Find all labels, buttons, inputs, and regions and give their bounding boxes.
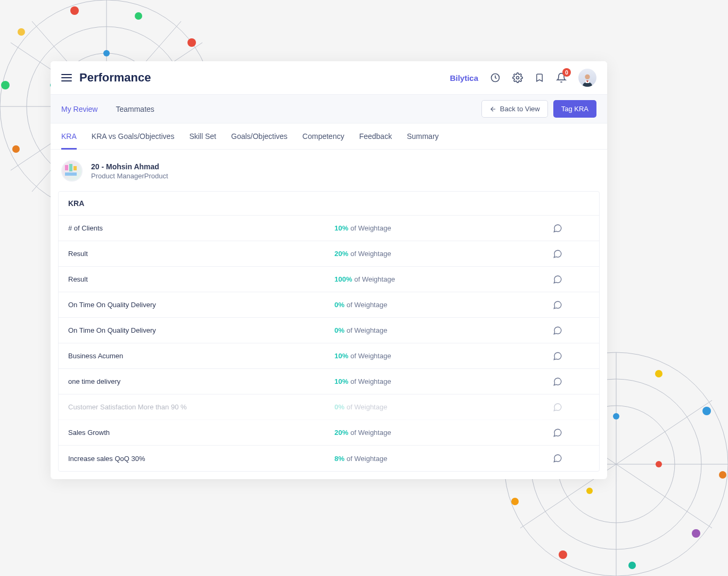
kra-name: On Time On Quality Delivery <box>68 301 334 309</box>
subnav-tab-my-review[interactable]: My Review <box>61 105 97 113</box>
svg-point-41 <box>656 461 662 467</box>
kra-percentage: 0% <box>334 326 345 334</box>
bell-icon[interactable]: 0 <box>556 72 567 83</box>
kra-percentage: 0% <box>334 301 345 309</box>
kra-percentage: 20% <box>334 250 348 258</box>
brand-link[interactable]: Bilytica <box>450 73 478 83</box>
svg-point-44 <box>517 77 519 79</box>
kra-weight-label: of Weightage <box>350 224 391 232</box>
svg-point-35 <box>692 529 700 538</box>
app-window: Performance Bilytica 0 My ReviewTeammate… <box>51 61 607 479</box>
kra-name: Increase sales QoQ 30% <box>68 455 334 463</box>
svg-rect-49 <box>73 166 77 170</box>
kra-percentage: 100% <box>334 275 352 283</box>
kra-name: Result <box>68 250 334 258</box>
kra-weightage: 10% of Weightage <box>334 352 494 360</box>
kra-row: Increase sales QoQ 30%8% of Weightage <box>59 446 599 471</box>
topbar: Performance Bilytica 0 <box>51 61 607 95</box>
kra-percentage: 10% <box>334 377 348 385</box>
svg-point-18 <box>1 81 10 89</box>
svg-point-36 <box>628 562 636 569</box>
kra-row: Result100% of Weightage <box>59 267 599 292</box>
svg-point-34 <box>719 471 726 479</box>
kra-weightage: 10% of Weightage <box>334 224 494 232</box>
svg-rect-48 <box>69 164 72 171</box>
bookmark-icon[interactable] <box>535 72 544 83</box>
kra-weight-label: of Weightage <box>350 250 391 258</box>
tab-kra-vs-goals-objectives[interactable]: KRA vs Goals/Objectives <box>92 132 175 150</box>
svg-point-32 <box>655 370 662 377</box>
tab-feedback[interactable]: Feedback <box>359 132 391 150</box>
kra-name: Sales Growth <box>68 429 334 437</box>
svg-point-12 <box>187 38 196 47</box>
kra-percentage: 20% <box>334 429 348 437</box>
tag-kra-button[interactable]: Tag KRA <box>553 100 596 118</box>
kra-row: # of Clients10% of Weightage <box>59 216 599 241</box>
content-tabs: KRAKRA vs Goals/ObjectivesSkill SetGoals… <box>51 124 607 150</box>
kra-weightage: 100% of Weightage <box>334 275 494 283</box>
subnav-tab-teammates[interactable]: Teammates <box>116 105 154 113</box>
comment-icon[interactable] <box>553 249 562 259</box>
svg-point-42 <box>586 488 593 494</box>
kra-weightage: 8% of Weightage <box>334 455 494 463</box>
menu-button[interactable] <box>61 74 72 81</box>
back-label: Back to View <box>500 105 540 113</box>
tab-goals-objectives[interactable]: Goals/Objectives <box>231 132 288 150</box>
kra-weightage: 0% of Weightage <box>334 403 494 411</box>
kra-weight-label: of Weightage <box>350 377 391 385</box>
kra-weightage: 20% of Weightage <box>334 429 494 437</box>
kra-section-title: KRA <box>59 192 599 216</box>
kra-row: On Time On Quality Delivery0% of Weighta… <box>59 318 599 343</box>
profile-name: 20 - Mohsin Ahmad <box>91 162 168 171</box>
gear-icon[interactable] <box>512 72 523 83</box>
kra-weight-label: of Weightage <box>347 403 387 411</box>
svg-point-17 <box>12 145 20 153</box>
svg-point-37 <box>559 550 567 559</box>
comment-icon[interactable] <box>553 275 562 284</box>
kra-weight-label: of Weightage <box>347 301 387 309</box>
kra-row: Business Acumen10% of Weightage <box>59 343 599 369</box>
kra-weightage: 0% of Weightage <box>334 301 494 309</box>
kra-weightage: 0% of Weightage <box>334 326 494 334</box>
svg-point-40 <box>613 413 619 419</box>
kra-name: Business Acumen <box>68 352 334 360</box>
back-to-view-button[interactable]: Back to View <box>481 100 548 118</box>
kra-name: Customer Satisfaction More than 90 % <box>68 403 334 411</box>
page-title: Performance <box>79 71 151 85</box>
comment-icon[interactable] <box>553 300 562 310</box>
kra-row: one time delivery10% of Weightage <box>59 369 599 394</box>
profile-block: 20 - Mohsin Ahmad Product ManagerProduct <box>51 150 607 191</box>
user-avatar[interactable] <box>578 69 596 87</box>
comment-icon[interactable] <box>553 326 562 335</box>
arrow-left-icon <box>489 105 497 113</box>
comment-icon[interactable] <box>553 351 562 361</box>
svg-point-19 <box>103 50 110 56</box>
svg-point-10 <box>70 6 79 15</box>
kra-row: Customer Satisfaction More than 90 %0% o… <box>59 394 599 420</box>
tab-skill-set[interactable]: Skill Set <box>189 132 216 150</box>
svg-point-38 <box>511 498 519 505</box>
kra-name: Result <box>68 275 334 283</box>
kra-name: # of Clients <box>68 224 334 232</box>
kra-percentage: 10% <box>334 224 348 232</box>
profile-role: Product ManagerProduct <box>91 172 168 180</box>
kra-row: Result20% of Weightage <box>59 241 599 267</box>
tab-kra[interactable]: KRA <box>61 132 77 150</box>
kra-name: On Time On Quality Delivery <box>68 326 334 334</box>
comment-icon[interactable] <box>553 224 562 233</box>
kra-weight-label: of Weightage <box>347 326 387 334</box>
clock-icon[interactable] <box>490 72 501 83</box>
kra-percentage: 10% <box>334 352 348 360</box>
tab-competency[interactable]: Competency <box>302 132 345 150</box>
comment-icon[interactable] <box>553 454 562 463</box>
kra-weight-label: of Weightage <box>347 455 387 463</box>
tab-summary[interactable]: Summary <box>407 132 439 150</box>
comment-icon[interactable] <box>553 428 562 438</box>
svg-rect-47 <box>65 165 68 170</box>
comment-icon[interactable] <box>553 377 562 386</box>
kra-weight-label: of Weightage <box>350 352 391 360</box>
comment-icon[interactable] <box>553 402 562 412</box>
svg-rect-50 <box>65 172 77 176</box>
kra-percentage: 0% <box>334 403 345 411</box>
svg-point-9 <box>18 28 25 36</box>
